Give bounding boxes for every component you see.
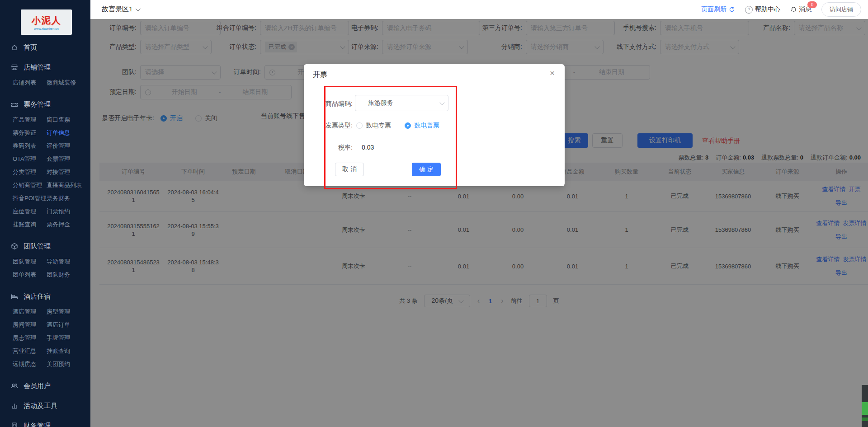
team-icon (11, 243, 18, 250)
chevron-down-icon (136, 6, 141, 11)
scrollbar-segment (862, 418, 868, 421)
sidebar-section-items: 产品管理窗口售票票务验证订单信息券码列表评价管理OTA管理套票管理分类管理对接管… (0, 113, 90, 231)
sidebar-item[interactable]: 挂账查询 (13, 218, 47, 231)
sidebar-item[interactable]: 座位管理 (13, 205, 47, 218)
refresh-label: 页面刷新 (701, 5, 726, 14)
invoice-type-options: 数电专票 数电普票 (356, 122, 439, 130)
sidebar-item[interactable]: 团队管理 (13, 255, 47, 268)
sidebar-item[interactable]: 手牌管理 (47, 331, 90, 344)
sidebar-item[interactable]: 票务财务 (47, 192, 90, 205)
invoice-general-label: 数电普票 (414, 122, 439, 130)
sidebar-item[interactable]: 团单列表 (13, 268, 47, 281)
sidebar-section-label: 团队管理 (24, 242, 51, 251)
sidebar-item[interactable]: 房型管理 (47, 305, 90, 318)
sidebar-item[interactable]: 对接管理 (47, 165, 90, 178)
sidebar-section: 店铺管理店铺列表微商城装修 (0, 63, 90, 89)
messages-button[interactable]: 消息 0 (790, 5, 811, 14)
sidebar-section-label: 活动及工具 (24, 402, 57, 410)
ticket-icon (11, 101, 18, 108)
confirm-button[interactable]: 确 定 (412, 163, 441, 176)
logo[interactable]: 小泥人 www.xiaoniren.cn (21, 9, 72, 35)
sidebar-item[interactable]: 团队财务 (47, 268, 90, 281)
sidebar-item[interactable]: 产品管理 (13, 113, 47, 126)
invoice-type-label: 发票类型: (324, 122, 353, 130)
help-center-button[interactable]: ? 帮助中心 (745, 5, 780, 14)
hotel-icon (11, 293, 18, 300)
finance-icon (11, 422, 18, 427)
sidebar-item[interactable]: 营业汇总 (13, 344, 47, 357)
scrollbar[interactable] (862, 385, 868, 427)
invoice-general-radio[interactable] (405, 122, 411, 129)
site-switcher[interactable]: 故宫景区1 (102, 5, 139, 14)
sidebar-item[interactable]: 微商城装修 (47, 76, 90, 89)
help-label: 帮助中心 (755, 5, 780, 14)
page: 小泥人 www.xiaoniren.cn 首页 店铺管理店铺列表微商城装修票务管… (0, 0, 868, 427)
sidebar-item[interactable]: 抖音POI管理 (13, 192, 47, 205)
sidebar-section-label: 酒店住宿 (24, 292, 51, 301)
bell-icon (790, 6, 797, 13)
visit-shop-button[interactable]: 访问店铺 (821, 2, 861, 17)
sidebar-item[interactable]: 评价管理 (47, 139, 90, 152)
sidebar-item[interactable]: 门票预约 (47, 205, 90, 218)
page-refresh-button[interactable]: 页面刷新 (701, 5, 735, 14)
logo-title: 小泥人 (32, 14, 61, 27)
sidebar: 小泥人 www.xiaoniren.cn 首页 店铺管理店铺列表微商城装修票务管… (0, 0, 90, 427)
sidebar-section-header[interactable]: 会员用户 (0, 381, 90, 390)
sidebar-section-label: 店铺管理 (24, 63, 51, 72)
sidebar-section-items: 店铺列表微商城装修 (0, 76, 90, 89)
sidebar-section-label: 财务管理 (24, 422, 51, 427)
site-name: 故宫景区1 (102, 5, 132, 14)
sidebar-item[interactable]: 导游管理 (47, 255, 90, 268)
cancel-button[interactable]: 取 消 (335, 163, 364, 176)
logo-subtitle: www.xiaoniren.cn (34, 27, 58, 30)
sidebar-section: 活动及工具 (0, 401, 90, 410)
sidebar-section: 酒店住宿酒店管理房型管理房间管理酒店订单房态管理手牌管理营业汇总挂账查询远期房态… (0, 292, 90, 371)
sidebar-section-header[interactable]: 酒店住宿 (0, 292, 90, 301)
topbar: 故宫景区1 页面刷新 ? 帮助中心 消息 0 访问店铺 (90, 0, 868, 19)
refresh-icon (729, 6, 735, 13)
sidebar-item[interactable]: 票务验证 (13, 126, 47, 139)
invoice-modal: 开票 × 商品编码: 旅游服务 发票类型: 数电专票 数电普票 税率: 0.03… (304, 64, 565, 186)
members-icon (11, 382, 18, 389)
sidebar-item[interactable]: 券码列表 (13, 139, 47, 152)
sidebar-item[interactable]: 窗口售票 (47, 113, 90, 126)
sidebar-item[interactable]: 分销商管理 (13, 178, 47, 192)
activity-icon (11, 402, 18, 409)
invoice-special-radio[interactable] (356, 122, 363, 129)
sidebar-item[interactable]: 票务押金 (47, 218, 90, 231)
sidebar-home-label: 首页 (24, 43, 37, 52)
sidebar-item-home[interactable]: 首页 (0, 43, 90, 52)
sidebar-item[interactable]: 店铺列表 (13, 76, 47, 89)
tax-rate-value: 0.03 (362, 144, 374, 151)
invoice-special-label: 数电专票 (366, 122, 391, 130)
messages-badge: 0 (807, 1, 817, 8)
sidebar-item[interactable]: 直播商品列表 (47, 178, 90, 192)
sidebar-item[interactable]: 美团预约 (47, 357, 90, 371)
sidebar-item[interactable]: 套票管理 (47, 152, 90, 165)
tax-rate-label: 税率: (324, 144, 353, 152)
sidebar-section-header[interactable]: 活动及工具 (0, 401, 90, 410)
sidebar-section-header[interactable]: 财务管理 (0, 421, 90, 427)
sidebar-item[interactable]: 酒店订单 (47, 318, 90, 331)
close-icon[interactable]: × (550, 69, 555, 78)
sidebar-item[interactable]: OTA管理 (13, 152, 47, 165)
chevron-down-icon (439, 100, 444, 105)
sidebar-section-items: 团队管理导游管理团单列表团队财务 (0, 255, 90, 281)
sidebar-item[interactable]: 分类管理 (13, 165, 47, 178)
topbar-actions: 页面刷新 ? 帮助中心 消息 0 访问店铺 (701, 0, 861, 19)
sidebar-item[interactable]: 挂账查询 (47, 344, 90, 357)
sidebar-item[interactable]: 订单信息 (47, 126, 90, 139)
sidebar-item[interactable]: 房间管理 (13, 318, 47, 331)
product-code-select[interactable]: 旅游服务 (355, 95, 448, 111)
sidebar-item[interactable]: 酒店管理 (13, 305, 47, 318)
sidebar-sections: 店铺管理店铺列表微商城装修票务管理产品管理窗口售票票务验证订单信息券码列表评价管… (0, 63, 90, 427)
sidebar-section-header[interactable]: 店铺管理 (0, 63, 90, 72)
sidebar-section-items: 酒店管理房型管理房间管理酒店订单房态管理手牌管理营业汇总挂账查询远期房态美团预约 (0, 305, 90, 371)
sidebar-item[interactable]: 房态管理 (13, 331, 47, 344)
sidebar-section-header[interactable]: 团队管理 (0, 242, 90, 251)
storefront-icon (11, 64, 18, 71)
sidebar-section-header[interactable]: 票务管理 (0, 100, 90, 109)
question-icon: ? (745, 6, 753, 14)
sidebar-item[interactable]: 远期房态 (13, 357, 47, 371)
scrollbar-thumb[interactable] (862, 402, 868, 415)
